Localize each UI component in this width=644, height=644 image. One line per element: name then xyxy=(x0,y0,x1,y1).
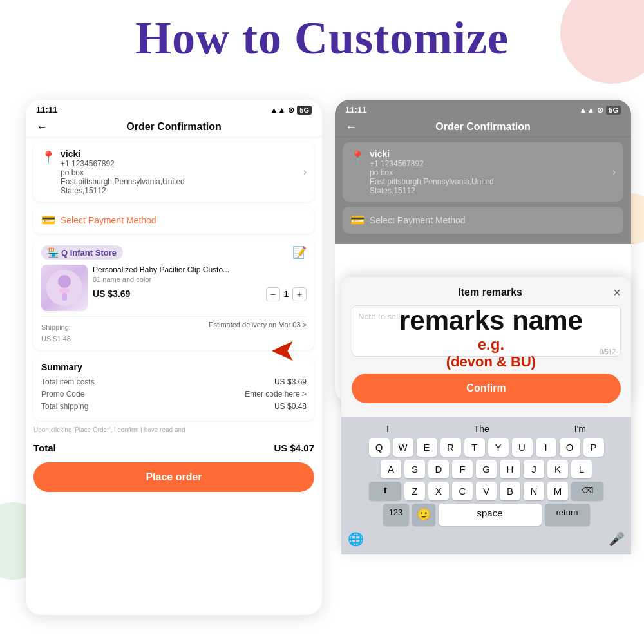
place-order-button[interactable]: Place order xyxy=(33,462,314,492)
key-p[interactable]: P xyxy=(583,438,604,457)
key-a[interactable]: A xyxy=(381,460,401,478)
status-bar-right: 11:11 ▲▲ ⊙ 5G xyxy=(335,100,631,117)
shipping-row-left: Shipping: US $1.48 Estimated delivery on… xyxy=(41,316,307,344)
payment-row-left[interactable]: 💳 Select Payment Method xyxy=(33,207,314,234)
key-j[interactable]: J xyxy=(524,460,544,478)
key-c[interactable]: C xyxy=(452,482,473,500)
key-e[interactable]: E xyxy=(417,438,437,457)
address-details-right: vicki +1 1234567892 po box East pittsbur… xyxy=(370,149,607,195)
total-label-left: Total xyxy=(33,442,56,453)
address-card-right[interactable]: 📍 vicki +1 1234567892 po box East pittsb… xyxy=(343,142,623,202)
key-backspace[interactable]: ⌫ xyxy=(571,482,603,500)
address-line1-left: po box xyxy=(61,168,298,177)
key-num[interactable]: 123 xyxy=(383,504,409,526)
payment-icon-left: 💳 xyxy=(41,213,55,227)
product-title-left: Personalized Baby Pacifier Clip Custo... xyxy=(93,265,307,276)
store-header-left: 🏪 Q Infant Store 📝 xyxy=(41,245,307,260)
key-emoji[interactable]: 🙂 xyxy=(412,504,435,526)
remarks-name-text: remarks name xyxy=(399,306,583,336)
key-shift[interactable]: ⬆ xyxy=(369,482,401,500)
key-g[interactable]: G xyxy=(476,460,497,478)
product-image-left xyxy=(41,265,88,311)
key-u[interactable]: U xyxy=(512,438,533,457)
shipping-summary-value: US $0.48 xyxy=(274,402,307,411)
qty-plus-left[interactable]: + xyxy=(292,287,307,301)
address-name-left: vicki xyxy=(61,149,298,159)
item-costs-label: Total item costs xyxy=(41,377,95,386)
key-q[interactable]: Q xyxy=(369,438,390,457)
key-space[interactable]: space xyxy=(439,504,542,526)
payment-row-right[interactable]: 💳 Select Payment Method xyxy=(343,207,623,234)
keyboard-row-2: A S D F G H J K L xyxy=(344,460,629,478)
key-y[interactable]: Y xyxy=(488,438,509,457)
mic-icon[interactable]: 🎤 xyxy=(609,531,625,547)
shipping-cost-left: US $1.48 xyxy=(41,335,71,343)
keyboard-row-3: ⬆ Z X C V B N M ⌫ xyxy=(344,482,629,500)
item-costs-value: US $3.69 xyxy=(274,377,307,386)
payment-text-right: Select Payment Method xyxy=(370,215,466,225)
key-m[interactable]: M xyxy=(547,482,568,500)
close-button[interactable]: × xyxy=(613,286,621,299)
remarks-title: Item remarks xyxy=(367,287,613,298)
shipping-label-left: Shipping: xyxy=(41,323,71,331)
key-t[interactable]: T xyxy=(464,438,485,457)
key-s[interactable]: S xyxy=(404,460,425,478)
keyboard-row-1: Q W E R T Y U I O P xyxy=(344,438,629,457)
status-icons-left: ▲▲ ⊙ 5G xyxy=(270,106,312,115)
store-icon-left: 🏪 xyxy=(48,247,59,258)
key-v[interactable]: V xyxy=(476,482,497,500)
keyboard-row-4: 123 🙂 space return xyxy=(344,504,629,526)
key-n[interactable]: N xyxy=(524,482,544,500)
app-bar-title-right: Order Confirmation xyxy=(435,121,531,133)
shipping-left-info: Shipping: US $1.48 xyxy=(41,321,71,344)
address-line1-right: po box xyxy=(370,168,607,177)
key-f[interactable]: F xyxy=(452,460,473,478)
address-details-left: vicki +1 1234567892 po box East pittsbur… xyxy=(61,149,298,195)
total-value-left: US $4.07 xyxy=(274,442,314,453)
key-r[interactable]: R xyxy=(440,438,461,457)
suggestion-1[interactable]: I xyxy=(386,424,389,434)
shipping-summary-label: Total shipping xyxy=(41,402,88,411)
back-arrow-left[interactable]: ← xyxy=(36,120,48,134)
confirm-button[interactable]: Confirm xyxy=(352,374,621,403)
remarks-example-text: (devon & BU) xyxy=(399,354,583,370)
time-left: 11:11 xyxy=(36,105,57,115)
remarks-annotation: remarks name e.g. (devon & BU) xyxy=(399,306,583,370)
product-info-left: Personalized Baby Pacifier Clip Custo...… xyxy=(93,265,307,301)
payment-text-left: Select Payment Method xyxy=(61,215,156,225)
qty-minus-left[interactable]: − xyxy=(266,287,280,301)
key-d[interactable]: D xyxy=(428,460,449,478)
summary-title-left: Summary xyxy=(41,362,307,372)
key-return[interactable]: return xyxy=(545,504,590,526)
svg-rect-3 xyxy=(62,293,67,301)
keyboard-suggestions: I The I'm xyxy=(344,421,629,438)
back-arrow-right[interactable]: ← xyxy=(345,120,357,134)
key-z[interactable]: Z xyxy=(404,482,425,500)
app-bar-right: ← Order Confirmation xyxy=(335,117,631,137)
pin-icon-right: 📍 xyxy=(350,150,365,164)
key-h[interactable]: H xyxy=(500,460,520,478)
address-line3-left: States,15112 xyxy=(61,186,298,195)
summary-promo[interactable]: Promo Code Enter code here > xyxy=(41,390,307,399)
keyboard-bottom: 🌐 🎤 xyxy=(344,529,629,552)
product-row-left: Personalized Baby Pacifier Clip Custo...… xyxy=(41,265,307,311)
key-i[interactable]: I xyxy=(536,438,556,457)
summary-item-costs: Total item costs US $3.69 xyxy=(41,377,307,386)
key-k[interactable]: K xyxy=(547,460,568,478)
key-o[interactable]: O xyxy=(560,438,580,457)
suggestion-2[interactable]: The xyxy=(474,424,489,434)
address-line3-right: States,15112 xyxy=(370,186,607,195)
note-icon-left[interactable]: 📝 xyxy=(292,246,307,259)
promo-label: Promo Code xyxy=(41,390,84,399)
suggestion-3[interactable]: I'm xyxy=(574,424,586,434)
key-x[interactable]: X xyxy=(428,482,449,500)
key-w[interactable]: W xyxy=(393,438,413,457)
key-l[interactable]: L xyxy=(571,460,592,478)
key-b[interactable]: B xyxy=(500,482,520,500)
address-card-left[interactable]: 📍 vicki +1 1234567892 po box East pittsb… xyxy=(33,142,314,202)
globe-icon[interactable]: 🌐 xyxy=(348,531,364,547)
arrow-pointer: ➤ xyxy=(270,332,296,368)
store-name-left: Q Infant Store xyxy=(61,248,117,258)
qty-control-left: − 1 + xyxy=(266,287,307,301)
store-name-badge-left[interactable]: 🏪 Q Infant Store xyxy=(41,245,123,260)
